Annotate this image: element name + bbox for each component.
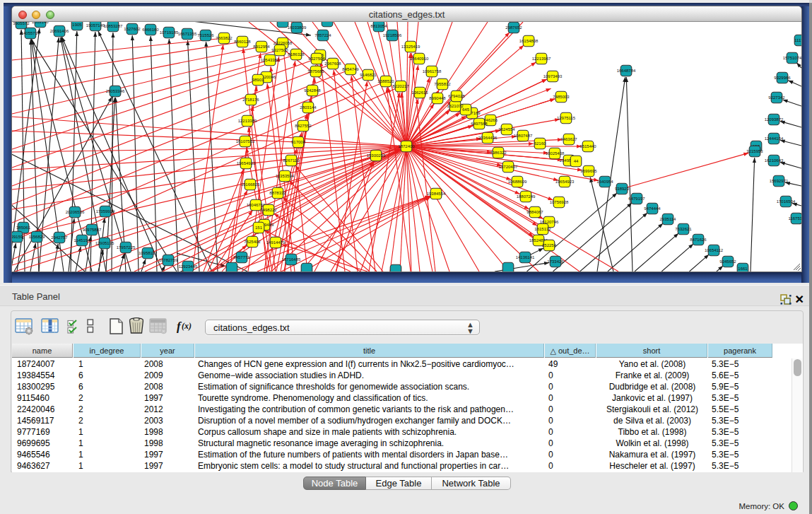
svg-text:7663822: 7663822	[216, 36, 233, 40]
svg-text:19218506: 19218506	[383, 33, 402, 37]
svg-text:1621072: 1621072	[447, 104, 464, 108]
svg-text:9227342: 9227342	[768, 95, 785, 100]
svg-text:16107553: 16107553	[236, 139, 255, 144]
svg-text:8660128: 8660128	[234, 40, 251, 44]
svg-text:2803144: 2803144	[300, 105, 317, 110]
svg-text:9884067: 9884067	[526, 210, 543, 214]
svg-text:7955812: 7955812	[434, 82, 451, 86]
svg-text:10853287: 10853287	[104, 24, 123, 28]
svg-text:17359924: 17359924	[96, 209, 115, 214]
svg-text:16671355: 16671355	[178, 32, 197, 36]
svg-text:10973493: 10973493	[543, 74, 563, 78]
svg-text:1167533: 1167533	[789, 216, 801, 221]
svg-text:1640954: 1640954	[596, 180, 613, 184]
svg-text:9474444: 9474444	[644, 206, 661, 211]
svg-text:1145194: 1145194	[74, 238, 91, 243]
svg-text:12923445: 12923445	[179, 264, 198, 269]
svg-text:9329966: 9329966	[774, 76, 791, 80]
svg-text:16648784: 16648784	[617, 69, 636, 73]
svg-text:7515526: 7515526	[197, 33, 214, 37]
svg-text:8912954: 8912954	[253, 45, 270, 49]
svg-text:6497568: 6497568	[471, 122, 488, 126]
svg-text:12975115: 12975115	[557, 116, 576, 120]
svg-text:10958117: 10958117	[139, 251, 158, 255]
svg-text:14055714: 14055714	[21, 31, 40, 35]
svg-text:12213967: 12213967	[532, 57, 551, 61]
svg-text:10025438: 10025438	[546, 151, 565, 156]
svg-text:16640910: 16640910	[410, 57, 429, 61]
svg-text:10543382: 10543382	[261, 58, 280, 62]
svg-text:11353594: 11353594	[276, 174, 295, 178]
svg-text:3215953: 3215953	[746, 149, 763, 153]
svg-text:2987652: 2987652	[505, 25, 522, 30]
svg-text:19300293: 19300293	[367, 153, 386, 158]
svg-text:938923: 938923	[615, 187, 630, 191]
svg-text:44: 44	[574, 159, 579, 163]
svg-text:9463627: 9463627	[560, 137, 577, 141]
svg-text:13325419: 13325419	[401, 45, 420, 49]
svg-text:8471626: 8471626	[690, 238, 707, 242]
svg-text:7986322: 7986322	[490, 151, 507, 155]
svg-text:8813054: 8813054	[370, 24, 387, 28]
svg-text:14914479: 14914479	[266, 240, 286, 245]
svg-text:98901: 98901	[252, 78, 264, 82]
svg-text:2942757: 2942757	[51, 235, 68, 240]
svg-text:19166825: 19166825	[241, 182, 260, 187]
svg-text:19654923: 19654923	[555, 180, 575, 184]
svg-text:1156829: 1156829	[29, 235, 46, 239]
svg-text:9457771: 9457771	[233, 255, 250, 259]
svg-text:16033809: 16033809	[288, 25, 307, 30]
svg-text:10719185: 10719185	[160, 30, 179, 35]
svg-text:1527602: 1527602	[124, 27, 141, 31]
svg-text:9327508: 9327508	[308, 57, 325, 61]
svg-text:9245652: 9245652	[719, 259, 736, 264]
svg-text:9327500: 9327500	[271, 48, 288, 52]
svg-text:9242848: 9242848	[304, 88, 321, 93]
svg-text:7632621: 7632621	[675, 227, 692, 231]
svg-text:15751074: 15751074	[783, 56, 801, 60]
svg-text:12093872: 12093872	[765, 117, 784, 122]
svg-text:8878332: 8878332	[269, 191, 286, 195]
svg-text:8990448: 8990448	[429, 96, 446, 100]
svg-text:17957225: 17957225	[117, 245, 136, 250]
svg-text:9146821: 9146821	[360, 73, 377, 77]
svg-text:6479197: 6479197	[628, 197, 645, 201]
svg-text:6794028: 6794028	[448, 94, 465, 98]
svg-text:1733426: 1733426	[547, 259, 564, 264]
svg-text:1615132: 1615132	[534, 227, 551, 231]
svg-text:917004: 917004	[291, 140, 306, 144]
svg-text:11173: 11173	[794, 38, 801, 42]
svg-text:12905135: 12905135	[95, 241, 114, 245]
svg-text:1905: 1905	[72, 23, 82, 27]
svg-text:2718176: 2718176	[242, 98, 259, 102]
svg-text:29053346: 29053346	[106, 89, 125, 93]
svg-text:62160: 62160	[534, 141, 546, 146]
svg-text:1588520: 1588520	[377, 79, 394, 83]
svg-text:17016504: 17016504	[777, 199, 796, 204]
svg-text:6466160: 6466160	[142, 28, 159, 32]
svg-text:10688609: 10688609	[508, 180, 527, 184]
svg-text:385061: 385061	[16, 226, 31, 230]
svg-text:14136141: 14136141	[516, 255, 535, 259]
svg-text:1872400: 1872400	[398, 144, 415, 148]
svg-text:15720407: 15720407	[499, 165, 518, 169]
svg-text:3905572: 3905572	[13, 22, 30, 25]
svg-text:18807249: 18807249	[517, 194, 536, 199]
svg-text:15692971: 15692971	[770, 179, 789, 183]
svg-text:20691406: 20691406	[50, 29, 69, 33]
svg-text:151: 151	[255, 226, 263, 230]
svg-text:10807487: 10807487	[514, 134, 533, 138]
svg-text:9515440: 9515440	[579, 144, 596, 148]
svg-text:16782759: 16782759	[159, 258, 178, 262]
svg-text:9699695: 9699695	[580, 169, 597, 173]
svg-text:12213389: 12213389	[238, 119, 257, 123]
svg-text:10654112: 10654112	[705, 248, 724, 252]
svg-text:19057149: 19057149	[86, 23, 105, 28]
svg-text:8186328: 8186328	[288, 52, 305, 57]
svg-text:7857224: 7857224	[314, 33, 331, 37]
svg-text:1362615: 1362615	[411, 90, 428, 95]
svg-text:16154808: 16154808	[519, 39, 539, 43]
svg-text:(x): (x)	[182, 321, 192, 331]
svg-text:3624554: 3624554	[498, 127, 515, 132]
svg-text:15716485: 15716485	[282, 257, 301, 262]
